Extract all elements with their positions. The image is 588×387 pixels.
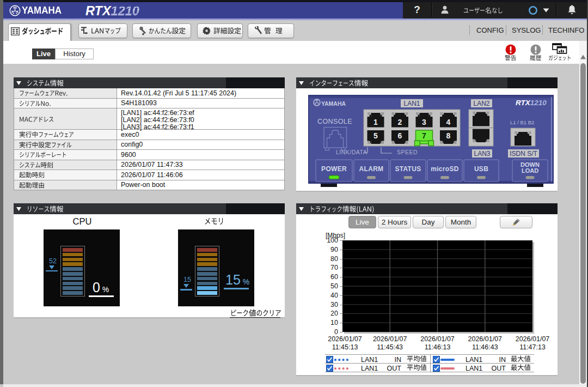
svg-text:POWER: POWER [321,165,347,173]
svg-text:USB: USB [474,165,488,173]
svg-text:microSD: microSD [431,165,458,173]
svg-text:LAN1: LAN1 [403,100,420,107]
svg-text:LAN3: LAN3 [474,150,490,158]
svg-text:L1 / B1 B2: L1 / B1 B2 [510,119,534,125]
svg-text:1: 1 [373,118,378,126]
svg-text:LOAD: LOAD [522,167,538,174]
svg-text:2: 2 [398,118,402,126]
svg-text:LINK/DATA: LINK/DATA [336,149,367,155]
svg-text:5: 5 [373,131,378,140]
svg-text:ALARM: ALARM [359,165,384,173]
svg-text:SPEED: SPEED [397,149,418,155]
svg-text:8: 8 [446,131,451,140]
svg-text:YAMAHA: YAMAHA [321,100,346,107]
svg-text:RTX1210: RTX1210 [516,99,547,107]
svg-text:ISDN S/T: ISDN S/T [510,150,537,158]
svg-text:STATUS: STATUS [395,165,421,173]
svg-text:3: 3 [422,118,426,126]
svg-text:7: 7 [422,131,426,140]
svg-text:CONSOLE: CONSOLE [317,118,352,125]
svg-text:LAN2: LAN2 [473,100,489,107]
svg-text:6: 6 [398,131,402,140]
svg-text:4: 4 [446,118,451,126]
